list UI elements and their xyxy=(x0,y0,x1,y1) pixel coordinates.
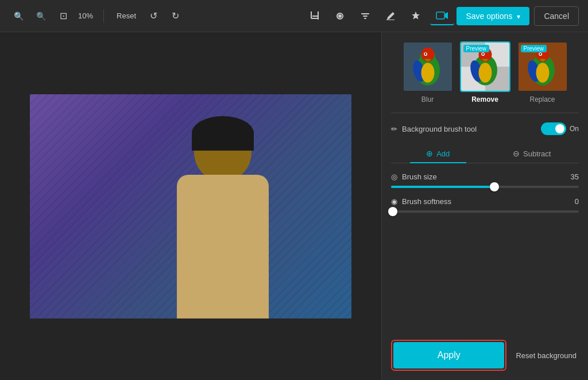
brush-size-section: Brush size 35 xyxy=(391,172,579,188)
brush-size-label: Brush size xyxy=(391,172,437,181)
zoom-out-button[interactable] xyxy=(32,8,51,24)
image-container xyxy=(30,94,351,318)
brush-softness-track[interactable] xyxy=(391,210,579,213)
background-icon xyxy=(436,10,448,21)
brush-size-fill xyxy=(391,186,494,188)
apply-button-wrapper: Apply xyxy=(391,340,506,371)
toolbar-left: 10% Reset xyxy=(9,7,301,25)
replace-label: Replace xyxy=(529,95,555,103)
person-hair xyxy=(192,116,254,151)
reset-background-button[interactable]: Reset background xyxy=(513,347,579,364)
toolbar-right: Save options Cancel xyxy=(457,6,579,26)
adjust-tool-button[interactable] xyxy=(329,7,351,25)
subtract-tab-button[interactable]: Subtract xyxy=(485,144,579,163)
toggle-container: On xyxy=(541,122,579,135)
replace-thumb-wrapper: Preview xyxy=(517,41,568,92)
zoom-in-icon xyxy=(14,11,24,21)
undo-icon xyxy=(150,10,157,21)
brush-softness-header: Brush softness 0 xyxy=(391,197,579,206)
blur-thumbnail[interactable]: Blur xyxy=(403,41,453,103)
fit-frame-button[interactable] xyxy=(54,7,72,25)
save-options-chevron-icon xyxy=(517,11,520,21)
draw-tool-button[interactable] xyxy=(380,7,401,25)
crop-tool-button[interactable] xyxy=(304,7,326,25)
toolbar-center xyxy=(304,7,454,25)
background-tool-button[interactable] xyxy=(430,7,454,25)
brush-softness-thumb[interactable] xyxy=(388,207,397,216)
draw-icon xyxy=(385,11,396,21)
subtract-icon xyxy=(513,149,520,158)
blur-thumb-image xyxy=(404,43,452,91)
filter-icon xyxy=(360,11,370,21)
blur-label: Blur xyxy=(421,95,434,103)
toolbar: 10% Reset Save options xyxy=(0,0,588,32)
brush-tool-toggle[interactable] xyxy=(541,122,566,135)
add-icon xyxy=(426,149,433,158)
replace-preview-badge: Preview xyxy=(521,45,547,52)
apply-button[interactable]: Apply xyxy=(393,342,504,369)
toggle-on-label: On xyxy=(570,125,579,133)
redo-icon xyxy=(172,10,179,21)
zoom-level: 10% xyxy=(76,11,95,20)
right-panel: Blur Preview xyxy=(381,32,588,380)
adjust-icon xyxy=(335,11,345,21)
remove-thumbnail[interactable]: Preview xyxy=(460,41,510,103)
add-tab-label: Add xyxy=(436,149,450,158)
retouch-icon xyxy=(411,11,421,21)
frame-icon xyxy=(60,10,67,21)
zoom-in-button[interactable] xyxy=(9,8,28,24)
remove-preview-badge: Preview xyxy=(463,45,490,52)
person-body xyxy=(177,175,269,318)
brush-size-header: Brush size 35 xyxy=(391,172,579,181)
svg-point-1 xyxy=(338,14,342,18)
brush-softness-section: Brush softness 0 xyxy=(391,197,579,213)
svg-rect-2 xyxy=(361,13,369,14)
svg-point-13 xyxy=(424,53,426,55)
reset-button[interactable]: Reset xyxy=(112,9,141,22)
bottom-buttons: Apply Reset background xyxy=(391,340,579,371)
svg-point-30 xyxy=(539,53,541,55)
brush-tool-row: Background brush tool On xyxy=(391,122,579,135)
retouch-tool-button[interactable] xyxy=(405,7,427,25)
remove-label: Remove xyxy=(471,95,498,103)
thumbnails-row: Blur Preview xyxy=(391,41,579,103)
zoom-out-icon xyxy=(36,11,46,21)
svg-rect-4 xyxy=(364,18,366,19)
svg-rect-3 xyxy=(363,16,368,17)
brush-size-track[interactable] xyxy=(391,186,579,188)
canvas-area[interactable] xyxy=(0,32,381,380)
remove-thumb-wrapper: Preview xyxy=(460,41,510,92)
brush-softness-value: 0 xyxy=(575,197,579,206)
save-options-button[interactable]: Save options xyxy=(457,7,529,25)
person-silhouette xyxy=(142,106,303,318)
main-content: Blur Preview xyxy=(0,32,588,380)
save-options-label: Save options xyxy=(466,11,512,21)
svg-point-28 xyxy=(536,63,549,82)
svg-point-23 xyxy=(482,53,483,55)
brush-soft-icon xyxy=(391,197,397,206)
brush-icon xyxy=(391,125,397,133)
brush-tool-label: Background brush tool xyxy=(391,125,535,133)
subtract-tab-label: Subtract xyxy=(523,149,551,158)
brush-softness-label: Brush softness xyxy=(391,197,451,206)
toolbar-divider xyxy=(103,9,104,23)
blur-thumb-wrapper xyxy=(403,41,453,92)
undo-button[interactable] xyxy=(144,7,163,25)
add-tab-button[interactable]: Add xyxy=(391,144,485,163)
svg-rect-5 xyxy=(436,12,444,19)
replace-thumbnail[interactable]: Preview Replace xyxy=(517,41,568,103)
brush-size-value: 35 xyxy=(571,172,579,181)
thumbnails-separator xyxy=(391,113,579,113)
svg-point-21 xyxy=(478,63,492,82)
filter-tool-button[interactable] xyxy=(354,7,376,25)
svg-point-11 xyxy=(421,63,434,82)
brush-size-thumb[interactable] xyxy=(490,182,499,191)
image-background xyxy=(30,94,351,318)
redo-button[interactable] xyxy=(166,7,184,25)
add-subtract-tabs: Add Subtract xyxy=(391,144,579,163)
crop-icon xyxy=(310,11,320,21)
brush-size-icon xyxy=(391,172,397,181)
cancel-button[interactable]: Cancel xyxy=(534,6,579,26)
